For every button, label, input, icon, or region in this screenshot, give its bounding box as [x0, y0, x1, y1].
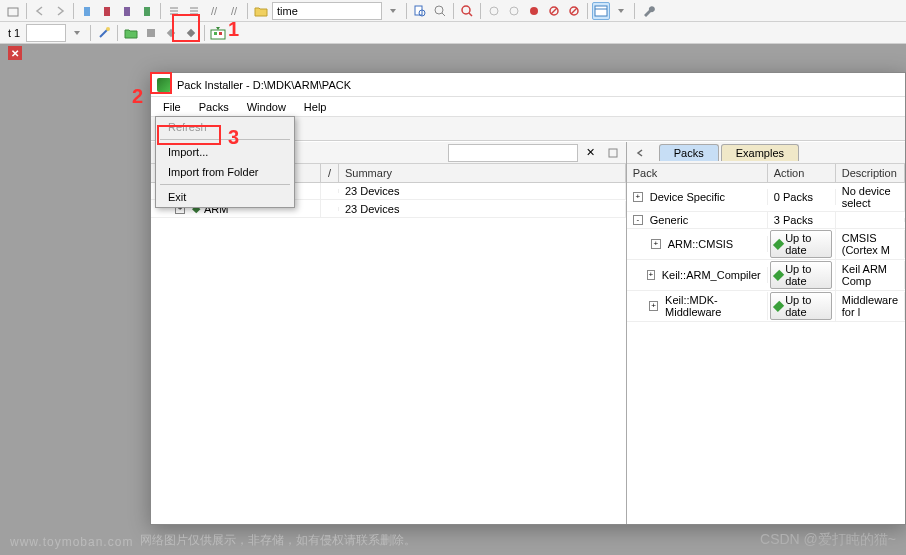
tb2-dd-icon[interactable]: [68, 24, 86, 42]
svg-rect-26: [219, 32, 222, 35]
col-pack[interactable]: Pack: [627, 164, 768, 182]
tb-pin-icon[interactable]: [138, 2, 156, 20]
svg-point-9: [462, 6, 470, 14]
svg-rect-1: [84, 7, 90, 16]
svg-line-17: [571, 8, 577, 14]
menu-file[interactable]: File: [155, 99, 189, 115]
pack-name: Keil::ARM_Compiler: [662, 269, 761, 281]
col-description[interactable]: Description: [836, 164, 905, 182]
tb-noentry2-icon[interactable]: [565, 2, 583, 20]
close-panel-icon[interactable]: ✕: [8, 46, 22, 60]
main-toolbar-1: // //: [0, 0, 906, 22]
tb-wrench-icon[interactable]: [639, 2, 657, 20]
menu-exit[interactable]: Exit: [156, 187, 294, 207]
device-summary: 23 Devices: [339, 201, 626, 217]
pack-name: Keil::MDK-Middleware: [665, 294, 761, 318]
tb-find-icon[interactable]: [411, 2, 429, 20]
find-input[interactable]: [272, 2, 382, 20]
tb-open-icon[interactable]: [4, 2, 22, 20]
uptodate-button[interactable]: Up to date: [770, 292, 832, 320]
pack-row[interactable]: +Keil::MDK-Middleware Up to date Middlew…: [627, 291, 905, 322]
tb-dot2-icon[interactable]: [505, 2, 523, 20]
tree-toggle-icon[interactable]: -: [633, 215, 643, 225]
menu-packs[interactable]: Packs: [191, 99, 237, 115]
svg-rect-18: [595, 6, 607, 16]
tab-examples[interactable]: Examples: [721, 144, 799, 161]
pack-installer-launch-icon[interactable]: [209, 24, 227, 42]
diamond-icon: [773, 269, 785, 281]
pack-desc: CMSIS (Cortex M: [836, 230, 905, 258]
svg-line-15: [551, 8, 557, 14]
menu-import-folder[interactable]: Import from Folder: [156, 162, 294, 182]
pack-name: Device Specific: [650, 191, 725, 203]
device-search-input[interactable]: [448, 144, 578, 162]
svg-point-13: [530, 7, 538, 15]
tb-dropdown2-icon[interactable]: [612, 2, 630, 20]
uptodate-button[interactable]: Up to date: [770, 261, 832, 289]
pack-row[interactable]: -Generic 3 Packs: [627, 212, 905, 229]
tree-toggle-icon[interactable]: +: [651, 239, 661, 249]
svg-line-8: [442, 13, 445, 16]
target-input[interactable]: [26, 24, 66, 42]
pack-row[interactable]: +Keil::ARM_Compiler Up to date Keil ARM …: [627, 260, 905, 291]
pack-action: 0 Packs: [768, 189, 836, 205]
tb-marker-icon[interactable]: [118, 2, 136, 20]
tb-window-icon[interactable]: [592, 2, 610, 20]
svg-rect-0: [8, 8, 18, 16]
pack-row[interactable]: +ARM::CMSIS Up to date CMSIS (Cortex M: [627, 229, 905, 260]
tb-red-dot-icon[interactable]: [525, 2, 543, 20]
pack-desc: No device select: [836, 183, 905, 211]
watermark-note: 网络图片仅供展示，非存储，如有侵权请联系删除。: [140, 532, 416, 549]
tree-toggle-icon[interactable]: +: [649, 301, 658, 311]
pack-name: Generic: [650, 214, 689, 226]
window-title: Pack Installer - D:\MDK\ARM\PACK: [177, 79, 351, 91]
svg-rect-28: [609, 149, 617, 157]
annotation-box-1: [172, 14, 200, 42]
menu-window[interactable]: Window: [239, 99, 294, 115]
svg-point-11: [490, 7, 498, 15]
tb-noentry-icon[interactable]: [545, 2, 563, 20]
tb-uncomment-icon[interactable]: //: [225, 2, 243, 20]
tb-comment-icon[interactable]: //: [205, 2, 223, 20]
tb-find2-icon[interactable]: [431, 2, 449, 20]
diamond-icon: [773, 300, 785, 312]
svg-line-10: [469, 13, 472, 16]
csdn-credit: CSDN @爱打盹的猫~: [760, 531, 896, 549]
tb-bookmark-icon[interactable]: [78, 2, 96, 20]
pack-name: ARM::CMSIS: [668, 238, 733, 250]
col-summary[interactable]: Summary: [339, 164, 626, 182]
tb2-box-icon[interactable]: [142, 24, 160, 42]
pack-action: 3 Packs: [768, 212, 836, 228]
tb2-wand-icon[interactable]: [95, 24, 113, 42]
left-arrow-icon[interactable]: [631, 144, 649, 162]
pack-row[interactable]: +Device Specific 0 Packs No device selec…: [627, 183, 905, 212]
tree-toggle-icon[interactable]: +: [633, 192, 643, 202]
tb-dropdown-icon[interactable]: [384, 2, 402, 20]
tb-fwd-icon[interactable]: [51, 2, 69, 20]
tree-toggle-icon[interactable]: +: [647, 270, 655, 280]
watermark-site: www.toymoban.com: [10, 535, 133, 549]
tb-folder-icon[interactable]: [252, 2, 270, 20]
device-summary: 23 Devices: [339, 183, 626, 199]
svg-rect-3: [124, 7, 130, 16]
menu-import[interactable]: Import...: [156, 142, 294, 162]
annotation-label-3: 3: [228, 126, 239, 149]
clear-search-icon[interactable]: ✕: [582, 144, 600, 162]
menu-help[interactable]: Help: [296, 99, 335, 115]
expand-icon[interactable]: [604, 144, 622, 162]
tb-dot1-icon[interactable]: [485, 2, 503, 20]
packs-pane-toolbar: Packs Examples: [627, 142, 905, 164]
tb-zoom-icon[interactable]: [458, 2, 476, 20]
annotation-box-3: [157, 125, 221, 145]
tb-back-icon[interactable]: [31, 2, 49, 20]
tb-flag-icon[interactable]: [98, 2, 116, 20]
svg-point-20: [106, 27, 110, 31]
col-action[interactable]: Action: [768, 164, 836, 182]
tb2-folder-icon[interactable]: [122, 24, 140, 42]
svg-rect-21: [147, 29, 155, 37]
packs-table: Pack Action Description +Device Specific…: [627, 164, 905, 524]
svg-rect-24: [211, 30, 225, 39]
tab-packs[interactable]: Packs: [659, 144, 719, 161]
uptodate-button[interactable]: Up to date: [770, 230, 832, 258]
pack-desc: Keil ARM Comp: [836, 261, 905, 289]
